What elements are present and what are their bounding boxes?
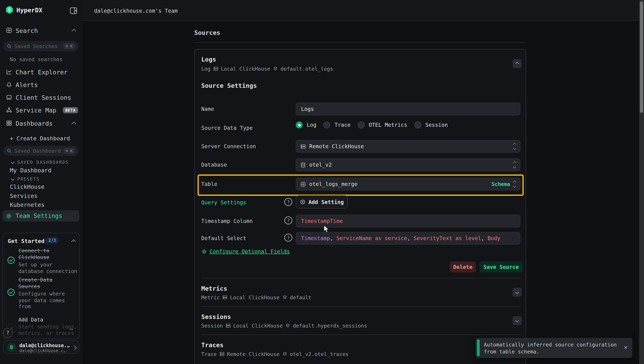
- get-started-step-desc: Configure where your data comes from: [19, 291, 79, 310]
- get-started-step-title[interactable]: Add Data: [19, 316, 72, 323]
- timestamp-column-input[interactable]: TimestampTime: [296, 215, 520, 228]
- sidebar: HyperDX Search Saved Searches ⌘ K No sav…: [0, 0, 83, 364]
- toast-notification: Automatically inferred source configurat…: [476, 338, 632, 358]
- logs-summary: Log Local ClickHouse default.otel_logs: [201, 66, 333, 72]
- server-icon: [219, 351, 225, 357]
- get-started-step-title[interactable]: Connect to ClickHouse: [19, 248, 72, 260]
- select-carets-icon: [513, 143, 516, 149]
- source-data-type-radio-group: Log Trace OTEL Metrics Session: [296, 122, 448, 128]
- table-value: otel_logs_merge: [309, 181, 488, 187]
- mouse-cursor: [323, 225, 329, 234]
- table-select[interactable]: otel_logs_merge Schema: [296, 178, 520, 190]
- saved-searches-input[interactable]: Saved Searches ⌘ K: [3, 41, 78, 51]
- expand-metrics-button[interactable]: [512, 288, 522, 297]
- sidebar-item-dashboards[interactable]: Dashboards: [16, 120, 53, 127]
- user-menu[interactable]: D dale@clickhouse.… dale@clickhouse.c…: [3, 340, 79, 354]
- source-settings-heading: Source Settings: [201, 82, 257, 90]
- sidebar-item-search[interactable]: Search: [16, 27, 38, 34]
- sidebar-item-service-map[interactable]: Service Map: [16, 107, 56, 114]
- radio-session[interactable]: [414, 122, 421, 128]
- save-source-button[interactable]: Save Source: [479, 262, 523, 273]
- saved-searches-placeholder: Saved Searches: [14, 43, 61, 49]
- presets-header[interactable]: PRESETS: [17, 176, 40, 182]
- scrollbar-thumb[interactable]: [640, 1, 643, 113]
- source-data-type-label: Source Data Type: [201, 125, 253, 131]
- chevron-up-icon[interactable]: [72, 29, 76, 34]
- radio-session-label[interactable]: Session: [425, 122, 448, 128]
- toast-accent-bar: [477, 340, 480, 356]
- schema-button[interactable]: Schema: [492, 181, 510, 187]
- source-kind: Trace: [201, 351, 217, 357]
- radio-otel-metrics[interactable]: [358, 122, 365, 128]
- sidebar-item-alerts[interactable]: Alerts: [16, 81, 38, 89]
- get-started-title: Get Started: [8, 238, 45, 244]
- delete-button[interactable]: Delete: [450, 262, 476, 273]
- help-circle-icon[interactable]: ?: [284, 234, 292, 242]
- source-kind: Log: [201, 66, 211, 72]
- source-kind: Session: [201, 323, 223, 329]
- database-label: Database: [201, 162, 227, 168]
- chevron-up-icon[interactable]: [72, 122, 76, 126]
- saved-dashboards-input[interactable]: Saved Dashboards ⌘ K: [3, 146, 78, 156]
- name-input[interactable]: Logs: [296, 102, 520, 115]
- magnifier-icon: [7, 148, 12, 154]
- sidebar-item-team-settings[interactable]: Team Settings: [3, 210, 79, 222]
- help-button[interactable]: ?: [3, 328, 13, 338]
- collapse-logs-button[interactable]: [512, 59, 522, 68]
- sidebar-item-my-dashboard[interactable]: My Dashboard: [10, 167, 51, 174]
- table-label: Table: [201, 181, 217, 187]
- hyperdx-logo-icon: [5, 5, 14, 14]
- sidebar-item-services[interactable]: Services: [10, 192, 38, 199]
- sessions-section-title: Sessions: [201, 314, 231, 320]
- chevron-right-icon: [72, 346, 77, 350]
- server-connection-select[interactable]: Remote ClickHouse: [296, 140, 520, 153]
- sidebar-item-chart-explorer[interactable]: Chart Explorer: [16, 68, 68, 76]
- brand-title: HyperDX: [17, 6, 43, 14]
- radio-log-label[interactable]: Log: [307, 122, 316, 128]
- saved-dashboards-header[interactable]: SAVED DASHBOARDS: [17, 160, 69, 165]
- metrics-summary: Metric Local ClickHouse default: [201, 294, 311, 300]
- search-section-icon: [6, 27, 12, 34]
- divider: [201, 306, 521, 306]
- expand-sessions-button[interactable]: [512, 316, 522, 325]
- radio-otel-metrics-label[interactable]: OTEL Metrics: [369, 122, 407, 128]
- close-icon[interactable]: ×: [624, 344, 627, 351]
- get-started-card: Get Started 2/3 Connect to ClickHouse Se…: [3, 233, 80, 339]
- create-dashboard-button[interactable]: + Create Dashboard: [10, 135, 70, 142]
- table-path: default.otel_logs: [281, 66, 333, 72]
- configure-optional-fields-link[interactable]: Configure Optional Fields: [210, 248, 290, 254]
- alerts-bell-icon: [6, 81, 12, 88]
- chevron-up-icon[interactable]: [71, 240, 76, 244]
- sidebar-item-clickhouse[interactable]: ClickHouse: [10, 184, 45, 190]
- help-circle-icon[interactable]: ?: [284, 216, 292, 224]
- client-sessions-laptop-icon: [6, 94, 12, 101]
- divider: [201, 334, 521, 335]
- database-value: otel_v2: [309, 162, 510, 168]
- sidebar-item-kubernetes[interactable]: Kubernetes: [10, 202, 45, 208]
- connection-name: Local ClickHouse: [221, 66, 270, 72]
- chevron-down-icon[interactable]: [11, 177, 14, 180]
- collapse-sidebar-button[interactable]: [70, 6, 78, 15]
- user-name: dale@clickhouse.…: [19, 343, 70, 348]
- scrollbar[interactable]: [639, 0, 644, 364]
- default-select-input[interactable]: Timestamp, ServiceName as service, Sever…: [296, 232, 520, 244]
- topbar: dale@clickhouse.com's Team: [83, 0, 644, 21]
- chart-explorer-icon: [6, 68, 12, 75]
- add-setting-button[interactable]: Add Setting: [296, 196, 348, 208]
- table-path: otel_v2.otel_traces: [290, 351, 348, 357]
- sidebar-item-client-sessions[interactable]: Client Sessions: [16, 94, 71, 101]
- radio-trace[interactable]: [323, 122, 330, 128]
- connection-name: Local ClickHouse: [230, 294, 279, 300]
- chevron-down-icon[interactable]: [11, 160, 14, 164]
- arrow-right-icon: →: [70, 326, 73, 332]
- main-content: Sources Logs Log Local ClickHouse defaul…: [83, 21, 644, 364]
- radio-log[interactable]: [296, 122, 303, 128]
- radio-trace-label[interactable]: Trace: [335, 122, 351, 128]
- database-select[interactable]: otel_v2: [296, 158, 520, 171]
- get-started-step-desc: Set up your database connection: [19, 262, 79, 274]
- help-circle-icon[interactable]: ?: [284, 198, 292, 206]
- check-circle-icon: [7, 256, 15, 264]
- metrics-section-title: Metrics: [201, 285, 227, 292]
- shortcut-badge: ⌘ K: [63, 148, 75, 154]
- get-started-step-title[interactable]: Create Data Sources: [19, 276, 72, 290]
